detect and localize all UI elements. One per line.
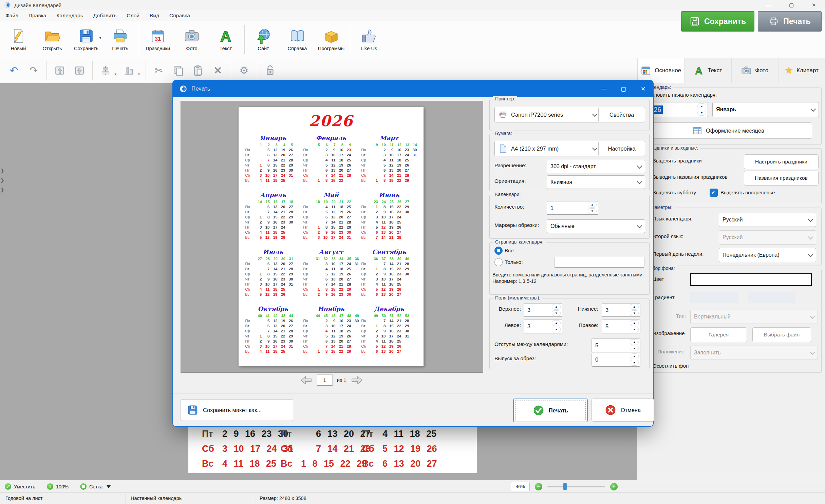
holidays-button[interactable]: 31 Праздники bbox=[141, 23, 175, 56]
open-button[interactable]: Открыть bbox=[35, 23, 69, 56]
start-month-select[interactable]: Январь bbox=[712, 102, 819, 117]
pages-all-radio[interactable] bbox=[494, 247, 503, 255]
programs-button[interactable]: Программы bbox=[314, 23, 348, 56]
gallery-button[interactable]: Галерея bbox=[690, 327, 747, 342]
printer-select[interactable]: Canon iP7200 series bbox=[494, 107, 600, 122]
calendar-sheet-fragment[interactable]: Пт2 9 16 23 30Сб3 10 17 24 31Вс4 11 18 2… bbox=[188, 425, 477, 473]
align-horizontal-button[interactable] bbox=[96, 61, 115, 80]
paper-setup-button[interactable]: Настройка bbox=[598, 141, 645, 156]
save-layout-button[interactable]: Сохранить макет как... bbox=[181, 399, 293, 421]
zoom-in-icon[interactable]: + bbox=[610, 483, 618, 490]
margin-top-spinner[interactable]: 3 ▲▼ bbox=[524, 303, 562, 317]
save-action-button[interactable]: Сохранить bbox=[681, 11, 754, 32]
send-backward-button[interactable] bbox=[70, 61, 89, 80]
help-button[interactable]: Справка bbox=[280, 23, 314, 56]
cut-button[interactable]: ✂ bbox=[149, 61, 169, 80]
bring-forward-button[interactable] bbox=[50, 61, 70, 80]
spin-up-icon[interactable]: ▲ bbox=[630, 304, 639, 310]
language-select[interactable]: Русский bbox=[719, 213, 816, 227]
printer-properties-button[interactable]: Свойства bbox=[598, 107, 645, 122]
next-page-icon[interactable] bbox=[351, 375, 363, 385]
menu-calendar[interactable]: Календарь bbox=[56, 13, 83, 19]
highlight-sunday-checkbox[interactable] bbox=[710, 189, 718, 197]
current-page-input[interactable]: 1 bbox=[317, 374, 333, 386]
print-button[interactable]: Печать bbox=[103, 23, 137, 56]
spin-up-icon[interactable]: ▲ bbox=[588, 202, 597, 208]
menu-add[interactable]: Добавить bbox=[93, 13, 117, 19]
choose-file-button[interactable]: Выбрать файл bbox=[752, 327, 811, 342]
save-button[interactable]: Сохранить ▼ bbox=[69, 23, 103, 56]
photo-button[interactable]: Фото bbox=[175, 23, 209, 56]
undo-button[interactable]: ↶ bbox=[4, 61, 24, 80]
spin-up-icon[interactable]: ▲ bbox=[630, 320, 639, 326]
menu-help[interactable]: Справка bbox=[169, 13, 190, 19]
month-design-button[interactable]: Оформление месяцев bbox=[644, 122, 812, 139]
menu-edit[interactable]: Правка bbox=[29, 13, 46, 19]
menu-view[interactable]: Вид bbox=[150, 13, 159, 19]
tab-clipart[interactable]: ★ Клипарт bbox=[778, 58, 825, 83]
zoom-100-button[interactable]: 1 100% bbox=[47, 483, 69, 490]
pages-only-radio[interactable] bbox=[494, 258, 503, 266]
previous-page-icon[interactable] bbox=[300, 375, 313, 385]
dialog-minimize-icon[interactable]: — bbox=[594, 81, 614, 97]
bleed-spinner[interactable]: 0 ▲▼ bbox=[592, 353, 640, 367]
spin-down-icon[interactable]: ▼ bbox=[630, 310, 639, 316]
zoom-slider[interactable] bbox=[547, 486, 605, 487]
crop-marks-select[interactable]: Обычные bbox=[547, 219, 645, 233]
menu-layer[interactable]: Слой bbox=[127, 13, 139, 19]
spin-down-icon[interactable]: ▼ bbox=[552, 310, 561, 316]
color-swatch[interactable] bbox=[690, 273, 812, 286]
delete-button[interactable]: ✕ bbox=[208, 61, 228, 80]
holiday-names-button[interactable]: Названия праздников bbox=[744, 171, 819, 186]
paste-button[interactable] bbox=[188, 61, 208, 80]
spin-up-icon[interactable]: ▲ bbox=[552, 320, 561, 326]
spin-up-icon[interactable]: ▲ bbox=[630, 339, 639, 345]
fit-button[interactable]: ⤢ Уместить bbox=[5, 483, 35, 490]
print-action-button[interactable]: Печать bbox=[758, 11, 822, 32]
paper-size-select[interactable]: A4 (210 x 297 mm) bbox=[494, 141, 600, 156]
new-button[interactable]: Новый bbox=[1, 23, 35, 56]
zoom-out-icon[interactable]: − bbox=[535, 483, 542, 490]
tab-text[interactable]: A Текст bbox=[684, 58, 731, 83]
tab-photo[interactable]: Фото bbox=[731, 58, 778, 83]
resolution-select[interactable]: 300 dpi - стандарт bbox=[547, 160, 645, 173]
spin-up-icon[interactable]: ▲ bbox=[552, 304, 561, 310]
count-spinner[interactable]: 1 ▲ ▼ bbox=[547, 201, 598, 215]
dialog-cancel-button[interactable]: Отмена bbox=[592, 399, 654, 422]
zoom-value-input[interactable]: 46% bbox=[511, 482, 530, 491]
configure-holidays-button[interactable]: Настроить праздники bbox=[744, 154, 819, 169]
spin-up-icon[interactable]: ▲ bbox=[697, 103, 706, 109]
spin-down-icon[interactable]: ▼ bbox=[552, 327, 561, 332]
close-icon[interactable]: ✕ bbox=[803, 0, 825, 10]
minimize-icon[interactable]: — bbox=[758, 0, 780, 10]
spin-down-icon[interactable]: ▼ bbox=[630, 346, 639, 351]
menu-file[interactable]: Файл bbox=[5, 13, 18, 19]
tab-main[interactable]: Основное bbox=[637, 58, 684, 83]
spin-down-icon[interactable]: ▼ bbox=[630, 360, 639, 366]
margin-bottom-spinner[interactable]: 3 ▲▼ bbox=[602, 303, 640, 317]
orientation-select[interactable]: Книжная bbox=[547, 175, 645, 189]
spin-down-icon[interactable]: ▼ bbox=[630, 327, 639, 332]
lock-button[interactable] bbox=[260, 61, 280, 80]
like-us-button[interactable]: Like Us bbox=[352, 23, 386, 56]
page-settings-button[interactable]: ⚙ bbox=[234, 61, 254, 80]
spin-up-icon[interactable]: ▲ bbox=[630, 353, 639, 359]
spacing-spinner[interactable]: 5 ▲▼ bbox=[592, 338, 640, 352]
zoom-slider-handle[interactable] bbox=[563, 483, 567, 490]
spin-down-icon[interactable]: ▼ bbox=[697, 110, 706, 116]
grid-button[interactable]: ▦ Сетка bbox=[80, 483, 111, 490]
dialog-maximize-icon[interactable]: ▢ bbox=[614, 81, 633, 97]
dialog-print-button[interactable]: Печать bbox=[513, 399, 588, 422]
text-button[interactable]: A Текст bbox=[209, 23, 243, 56]
grid-dropdown-icon[interactable] bbox=[107, 485, 111, 488]
print-dialog-titlebar[interactable]: Печать — ▢ ✕ bbox=[173, 81, 653, 97]
save-dropdown-icon[interactable]: ▼ bbox=[99, 36, 102, 40]
dialog-close-icon[interactable]: ✕ bbox=[633, 81, 653, 97]
align-vertical-button[interactable] bbox=[119, 61, 139, 80]
copy-button[interactable] bbox=[169, 61, 188, 80]
maximize-icon[interactable]: ▢ bbox=[780, 0, 803, 10]
first-day-select[interactable]: Понедельник (Европа) bbox=[719, 248, 816, 262]
spin-down-icon[interactable]: ▼ bbox=[588, 208, 597, 214]
pages-only-input[interactable] bbox=[554, 257, 644, 268]
redo-button[interactable]: ↷ bbox=[24, 61, 43, 80]
